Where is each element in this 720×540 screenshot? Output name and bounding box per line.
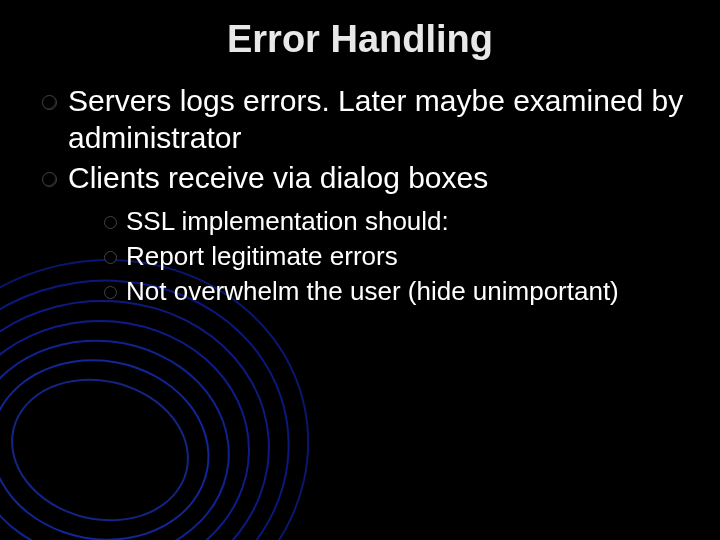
- bullet-text: Servers logs errors. Later maybe examine…: [68, 84, 683, 154]
- list-item: SSL implementation should:: [102, 205, 684, 238]
- bullet-list: Servers logs errors. Later maybe examine…: [36, 83, 684, 309]
- bullet-text: Not overwhelm the user (hide unimportant…: [126, 276, 619, 306]
- slide: Error Handling Servers logs errors. Late…: [0, 0, 720, 540]
- sub-bullet-list: SSL implementation should: Report legiti…: [68, 205, 684, 309]
- list-item: Clients receive via dialog boxes SSL imp…: [40, 160, 684, 308]
- bullet-text: Report legitimate errors: [126, 241, 398, 271]
- list-item: Report legitimate errors: [102, 240, 684, 273]
- list-item: Not overwhelm the user (hide unimportant…: [102, 275, 684, 308]
- slide-title: Error Handling: [36, 18, 684, 61]
- bullet-text: SSL implementation should:: [126, 206, 449, 236]
- bullet-text: Clients receive via dialog boxes: [68, 161, 488, 194]
- list-item: Servers logs errors. Later maybe examine…: [40, 83, 684, 156]
- slide-content: Error Handling Servers logs errors. Late…: [0, 0, 720, 309]
